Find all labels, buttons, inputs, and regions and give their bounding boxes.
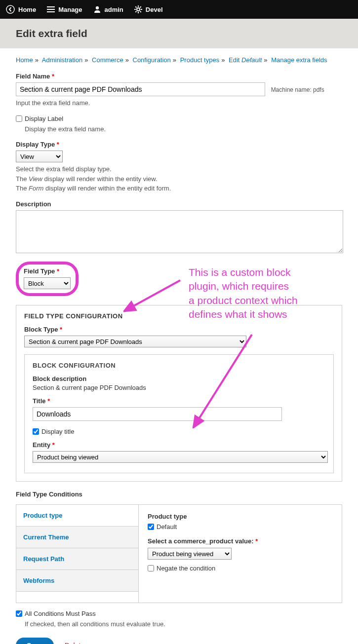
all-conditions-help: If checked, then all conditions must eva… <box>25 619 342 629</box>
field-name-help: Input the extra field name. <box>16 98 342 108</box>
field-type-config-title: FIELD TYPE CONFIGURATION <box>24 312 334 320</box>
display-title-label: Display title <box>41 428 74 435</box>
entity-select[interactable]: Product being viewed <box>33 451 328 463</box>
block-config-fieldset: BLOCK CONFIGURATION Block description Se… <box>24 354 334 473</box>
breadcrumb: Home» Administration» Commerce» Configur… <box>16 56 342 64</box>
conditions-panel: Product type Default Select a commerce_p… <box>139 505 342 603</box>
svg-rect-2 <box>47 9 55 10</box>
back-arrow-icon <box>6 5 15 14</box>
svg-line-13 <box>140 6 141 7</box>
display-title-checkbox[interactable] <box>33 428 39 435</box>
svg-rect-1 <box>47 6 55 7</box>
breadcrumb-edit[interactable]: Edit Default <box>229 56 262 64</box>
toolbar-admin[interactable]: admin <box>93 5 123 13</box>
save-button[interactable]: Save <box>16 638 54 644</box>
negate-label: Negate the condition <box>157 565 215 572</box>
all-conditions-checkbox[interactable] <box>16 610 22 617</box>
toolbar-manage-label: Manage <box>58 6 82 13</box>
breadcrumb-manage-extra[interactable]: Manage extra fields <box>271 56 327 64</box>
description-textarea[interactable] <box>16 210 343 253</box>
field-type-select[interactable]: Block <box>24 277 71 289</box>
breadcrumb-admin[interactable]: Administration <box>42 56 82 64</box>
field-type-label: Field Type * <box>24 267 59 275</box>
user-icon <box>93 5 101 13</box>
admin-toolbar: Home Manage admin Devel <box>0 0 358 19</box>
toolbar-devel-label: Devel <box>146 6 163 13</box>
tab-request-path[interactable]: Request Path <box>16 548 138 570</box>
svg-rect-3 <box>47 11 55 12</box>
title-input[interactable] <box>33 407 282 421</box>
highlight-annotation: Field Type * Block <box>16 262 79 296</box>
breadcrumb-config[interactable]: Configuration <box>133 56 171 64</box>
default-label: Default <box>157 523 177 530</box>
toolbar-admin-label: admin <box>105 6 123 13</box>
select-commerce-label: Select a commerce_product value: * <box>148 537 333 545</box>
commerce-product-select[interactable]: Product being viewed <box>148 548 232 560</box>
panel-product-type-label: Product type <box>148 513 333 520</box>
toolbar-manage[interactable]: Manage <box>47 6 82 13</box>
toolbar-devel[interactable]: Devel <box>134 5 163 13</box>
negate-checkbox[interactable] <box>148 565 154 571</box>
breadcrumb-home[interactable]: Home <box>16 56 33 64</box>
tab-webforms[interactable]: Webforms <box>16 570 138 592</box>
gear-icon <box>134 5 142 13</box>
svg-line-10 <box>135 6 136 7</box>
conditions-heading: Field Type Conditions <box>16 491 82 498</box>
block-type-select[interactable]: Section & current page PDF Downloads <box>24 336 246 347</box>
display-label-help: Display the extra field name. <box>25 124 342 134</box>
breadcrumb-product-types[interactable]: Product types <box>180 56 220 64</box>
display-type-label: Display Type * <box>16 141 59 148</box>
default-checkbox[interactable] <box>148 524 154 530</box>
title-label: Title * <box>33 397 50 405</box>
conditions-tabs: Product type Current Theme Request Path … <box>16 505 139 603</box>
field-name-label: Field Name * <box>16 73 54 80</box>
description-label: Description <box>16 200 51 208</box>
block-config-title: BLOCK CONFIGURATION <box>33 362 325 369</box>
hamburger-icon <box>47 6 55 13</box>
all-conditions-label: All Conditions Must Pass <box>25 610 96 617</box>
tab-product-type[interactable]: Product type <box>16 505 138 527</box>
svg-point-0 <box>6 5 14 13</box>
svg-line-11 <box>140 11 141 12</box>
tab-current-theme[interactable]: Current Theme <box>16 527 138 548</box>
field-type-config-fieldset: FIELD TYPE CONFIGURATION Block Type * Se… <box>16 305 342 482</box>
block-desc-label: Block description <box>33 375 325 382</box>
conditions-box: Product type Current Theme Request Path … <box>16 504 342 603</box>
block-type-label: Block Type * <box>24 326 62 333</box>
page-header: Edit extra field <box>0 19 358 48</box>
machine-name: Machine name: pdfs <box>271 86 324 93</box>
svg-line-14 <box>131 280 180 307</box>
display-type-select[interactable]: View <box>16 151 63 162</box>
svg-point-4 <box>95 6 98 9</box>
display-label-text: Display Label <box>25 115 63 122</box>
toolbar-home[interactable]: Home <box>6 5 36 14</box>
breadcrumb-commerce[interactable]: Commerce <box>92 56 123 64</box>
field-name-input[interactable] <box>16 82 265 96</box>
svg-line-12 <box>135 11 136 12</box>
display-type-help: Select the extra field display type. The… <box>16 164 342 193</box>
toolbar-home-label: Home <box>18 6 36 13</box>
page-title: Edit extra field <box>16 28 342 39</box>
block-desc-value: Section & current page PDF Downloads <box>33 384 325 391</box>
svg-point-5 <box>137 8 140 11</box>
delete-link[interactable]: Delete <box>65 642 84 644</box>
display-label-checkbox[interactable] <box>16 115 22 122</box>
entity-label: Entity * <box>33 441 55 449</box>
